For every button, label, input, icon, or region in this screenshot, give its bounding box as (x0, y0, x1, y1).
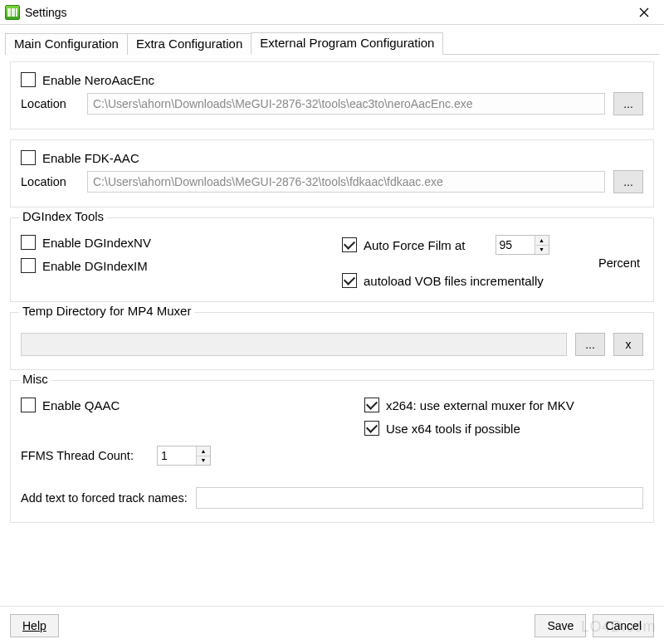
temp-dir-title: Temp Directory for MP4 Muxer (19, 304, 194, 318)
auto-force-film-value[interactable]: 95 (496, 236, 535, 254)
tabstrip: Main Configuration Extra Configuration E… (5, 32, 659, 55)
auto-force-film-spinner[interactable]: 95 ▲ ▼ (496, 235, 549, 255)
ffms-thread-value[interactable]: 1 (158, 446, 196, 465)
enable-dgindexnv-checkbox[interactable]: Enable DGIndexNV (21, 235, 151, 250)
auto-force-film-label: Auto Force Film at (364, 238, 466, 252)
close-button[interactable] (629, 1, 659, 24)
forced-track-text-label: Add text to forced track names: (21, 491, 188, 505)
percent-label: Percent (598, 256, 640, 270)
tab-extra-configuration[interactable]: Extra Configuration (127, 33, 251, 55)
enable-fdkaac-checkbox[interactable]: Enable FDK-AAC (21, 150, 139, 165)
enable-qaac-label: Enable QAAC (42, 398, 120, 412)
group-misc: Misc Enable QAAC FFMS Thread Count: 1 ▲ (10, 380, 654, 523)
enable-dgindexim-label: Enable DGIndexIM (42, 259, 148, 273)
window-title: Settings (25, 6, 67, 19)
close-icon (639, 7, 649, 17)
cancel-button[interactable]: Cancel (593, 614, 654, 637)
spinner-down-icon[interactable]: ▼ (197, 456, 210, 465)
use-x64-tools-label: Use x64 tools if possible (386, 422, 520, 436)
fdk-location-label: Location (21, 175, 79, 188)
app-icon (5, 5, 20, 20)
spinner-up-icon[interactable]: ▲ (535, 236, 549, 245)
group-dgindex: DGIndex Tools Enable DGIndexNV Enable DG… (10, 217, 654, 302)
ffms-thread-spinner[interactable]: 1 ▲ ▼ (157, 446, 211, 466)
temp-dir-browse-button[interactable]: ... (575, 333, 605, 356)
group-fdkaac: Enable FDK-AAC Location C:\Users\ahorn\D… (10, 139, 654, 207)
spinner-up-icon[interactable]: ▲ (197, 446, 210, 456)
enable-qaac-checkbox[interactable]: Enable QAAC (21, 398, 120, 412)
nero-location-label: Location (21, 97, 79, 110)
titlebar: Settings (0, 0, 664, 25)
auto-force-film-checkbox[interactable]: Auto Force Film at (342, 237, 466, 252)
tab-content: Enable NeroAacEnc Location C:\Users\ahor… (0, 55, 664, 523)
temp-dir-input[interactable] (21, 333, 567, 356)
spinner-down-icon[interactable]: ▼ (535, 245, 549, 254)
enable-dgindexnv-label: Enable DGIndexNV (42, 236, 151, 250)
nero-location-input[interactable]: C:\Users\ahorn\Downloads\MeGUI-2876-32\t… (87, 93, 605, 115)
x264-external-muxer-label: x264: use external muxer for MKV (386, 398, 574, 412)
bottom-button-bar: Help Save Cancel (0, 606, 664, 644)
enable-dgindexim-checkbox[interactable]: Enable DGIndexIM (21, 258, 148, 273)
nero-browse-button[interactable]: ... (613, 92, 643, 115)
group-nero: Enable NeroAacEnc Location C:\Users\ahor… (10, 61, 654, 129)
help-button[interactable]: Help (10, 614, 59, 637)
x264-external-muxer-checkbox[interactable]: x264: use external muxer for MKV (364, 398, 574, 412)
ffms-thread-label: FFMS Thread Count: (21, 449, 134, 462)
save-button[interactable]: Save (535, 614, 586, 637)
fdk-location-input[interactable]: C:\Users\ahorn\Downloads\MeGUI-2876-32\t… (87, 171, 605, 193)
tab-external-program-configuration[interactable]: External Program Configuration (251, 32, 443, 55)
temp-dir-clear-button[interactable]: x (613, 333, 643, 356)
use-x64-tools-checkbox[interactable]: Use x64 tools if possible (364, 421, 520, 436)
group-temp-dir: Temp Directory for MP4 Muxer ... x (10, 312, 654, 370)
enable-neroaacenc-checkbox[interactable]: Enable NeroAacEnc (21, 72, 154, 87)
autoload-vob-checkbox[interactable]: autoload VOB files incrementally (342, 273, 544, 288)
autoload-vob-label: autoload VOB files incrementally (364, 274, 544, 288)
dgindex-title: DGIndex Tools (19, 209, 107, 223)
enable-fdkaac-label: Enable FDK-AAC (42, 151, 139, 165)
enable-neroaacenc-label: Enable NeroAacEnc (42, 73, 154, 87)
fdk-browse-button[interactable]: ... (613, 170, 643, 193)
forced-track-text-input[interactable] (196, 487, 643, 509)
tab-main-configuration[interactable]: Main Configuration (5, 33, 128, 55)
misc-title: Misc (19, 372, 51, 386)
